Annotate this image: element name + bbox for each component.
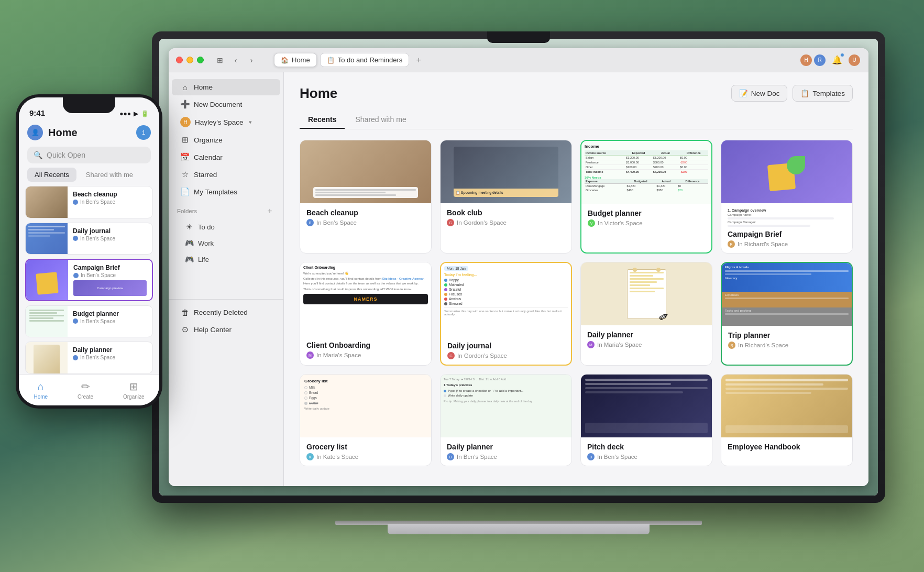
card-planner-title: Daily planner	[587, 331, 706, 339]
card-budget-info: Budget planner V In Victor's Space	[581, 204, 711, 232]
add-tab-button[interactable]: +	[412, 54, 425, 67]
add-folder-button[interactable]: +	[265, 206, 275, 216]
card-pitch-deck[interactable]: Pitch deck B In Ben's Space	[580, 374, 712, 466]
card-book-club-space-avatar: G	[447, 219, 454, 226]
laptop-notch	[487, 31, 550, 43]
card-client-onboarding[interactable]: Client Onboarding We're so excited you'r…	[300, 262, 432, 366]
card-grocery-list[interactable]: Grocery list Milk Bread Eggs Butter Writ…	[300, 374, 432, 466]
card-beach-space-avatar: B	[306, 219, 314, 226]
phone-card-beach-preview	[26, 186, 68, 218]
avatar-richard: R	[813, 53, 827, 67]
card-trip-planner[interactable]: Flights & Hotels Itinerary Expenses	[721, 262, 853, 366]
new-doc-button[interactable]: 📝 New Doc	[731, 85, 788, 102]
phone-nav-home[interactable]: ⌂ Home	[34, 381, 48, 400]
sidebar-item-space[interactable]: H Hayley's Space ▾	[172, 113, 280, 131]
tab-todo[interactable]: 📋 To do and Reminders	[320, 53, 410, 67]
folder-label-work: Work	[198, 239, 214, 247]
minimize-button[interactable]	[186, 57, 193, 63]
sidebar-item-my-templates[interactable]: 📄 My Templates	[172, 183, 280, 200]
sidebar-toggle-icon[interactable]: ⊞	[214, 54, 226, 66]
phone-nav-organize[interactable]: ⊞ Organize	[123, 380, 145, 400]
phone-card-campaign[interactable]: Campaign Brief In Ben's Space Campaign p…	[25, 259, 153, 301]
sidebar-item-help[interactable]: ⊙ Help Center	[172, 321, 280, 338]
back-icon[interactable]: ‹	[230, 54, 241, 66]
phone-tab-shared[interactable]: Shared with me	[79, 168, 140, 182]
tab-home[interactable]: 🏠 Home	[274, 53, 317, 67]
card-daily-planner-ben[interactable]: Tue 7 Today ▸ 7/8/14 S... Dist: 11 to Ad…	[440, 374, 572, 466]
bell-icon[interactable]: 🔔	[832, 55, 842, 65]
card-trip-preview: Flights & Hotels Itinerary Expenses	[722, 263, 852, 326]
phone-card-beach[interactable]: Beach cleanup In Ben's Space	[25, 186, 153, 218]
phone-content: 👤 Home 1 🔍 Quick Open All Recents Shared…	[19, 120, 159, 405]
close-button[interactable]	[176, 57, 183, 63]
card-campaign-brief[interactable]: 1. Campaign overview Campaign name: Camp…	[721, 140, 853, 254]
avatar-hayley: H	[799, 53, 813, 67]
card-journal-info: Daily journal G In Gordon's Space	[441, 336, 571, 365]
templates-button[interactable]: 📋 Templates	[793, 85, 853, 102]
tab-shared[interactable]: Shared with me	[347, 111, 414, 129]
phone-card-budget[interactable]: Budget planner In Ben's Space	[25, 305, 153, 338]
card-planner-info: Daily planner M In Maria's Space	[581, 325, 712, 354]
card-beach-cleanup[interactable]: Beach cleanup B In Ben's Space	[300, 140, 432, 254]
phone-tab-recents[interactable]: All Recents	[27, 168, 76, 182]
sidebar-label-calendar: Calendar	[194, 153, 223, 161]
phone-card-budget-preview	[26, 306, 68, 338]
phone-nav-home-label: Home	[34, 394, 48, 400]
phone-nav-create[interactable]: ✏ Create	[78, 380, 93, 400]
sidebar-label-recently-deleted: Recently Deleted	[194, 309, 248, 316]
phone-card-planner[interactable]: Daily planner In Ben's Space	[25, 342, 153, 374]
card-planner2-space: B In Ben's Space	[447, 453, 565, 460]
user-avatar[interactable]: U	[848, 53, 861, 67]
phone-inner: 9:41 ●●● ▶ 🔋 👤 Home 1 🔍 Quick Open All R…	[19, 97, 159, 405]
sidebar-item-organize[interactable]: ⊞ Organize	[172, 131, 280, 148]
folder-item-todo[interactable]: ☀ To do	[172, 219, 280, 235]
card-journal-space-avatar: G	[447, 352, 455, 359]
folder-item-work[interactable]: 🎮 Work	[172, 235, 280, 251]
card-budget-planner[interactable]: Income Income source Expected Actual Dif…	[580, 140, 712, 254]
phone-card-journal-info: Daily journal In Ben's Space	[68, 223, 152, 255]
folder-label-todo: To do	[198, 223, 215, 231]
phone-cards: Beach cleanup In Ben's Space	[19, 186, 159, 374]
templates-label: Templates	[812, 90, 845, 97]
phone-user-avatar: 👤	[27, 125, 43, 140]
forward-icon[interactable]: ›	[246, 54, 257, 66]
card-trip-info: Trip planner R In Richard's Space	[722, 326, 852, 354]
card-book-club-title: Book club	[447, 208, 565, 217]
sidebar-bottom: 🗑 Recently Deleted ⊙ Help Center	[169, 299, 283, 338]
phone-card-journal[interactable]: Daily journal In Ben's Space	[25, 223, 153, 255]
phone-card-planner-preview	[26, 342, 68, 374]
sidebar-item-home[interactable]: ⌂ Home	[172, 79, 280, 95]
sidebar-item-calendar[interactable]: 📅 Calendar	[172, 149, 280, 166]
phone-card-planner-space: In Ben's Space	[73, 355, 147, 360]
sidebar-item-new-doc[interactable]: ➕ New Document	[172, 96, 280, 113]
phone-tab-shared-label: Shared with me	[86, 171, 133, 179]
phone-status-icons: ●●● ▶ 🔋	[119, 110, 149, 117]
maximize-button[interactable]	[197, 57, 204, 63]
phone-search-bar[interactable]: 🔍 Quick Open	[27, 147, 151, 163]
folders-section-title: Folders +	[169, 201, 283, 218]
card-journal-title: Daily journal	[447, 342, 565, 350]
mini-budget-lines	[28, 308, 65, 323]
phone-home-title: Home	[48, 127, 131, 139]
phone-card-journal-title: Daily journal	[73, 227, 147, 235]
card-planner-space: M In Maria's Space	[587, 341, 706, 348]
tab-recents[interactable]: Recents	[300, 111, 345, 129]
phone-tab-recents-label: All Recents	[35, 171, 69, 179]
phone-notification-badge[interactable]: 1	[136, 125, 151, 140]
card-daily-planner-maria[interactable]: ✏ Daily planner M In Maria's Space	[580, 262, 712, 366]
card-daily-journal[interactable]: Mon, 18 Jan Today I'm feeling... Happy M…	[440, 262, 572, 366]
card-emp-preview	[721, 375, 852, 437]
phone-card-budget-space: In Ben's Space	[73, 318, 147, 324]
header-actions: 📝 New Doc 📋 Templates	[731, 85, 853, 102]
card-book-club[interactable]: 📋 Upcoming meeting details Book club G I…	[440, 140, 572, 254]
card-emp-handbook[interactable]: Employee Handbook	[721, 374, 853, 466]
title-bar: ⊞ ‹ › 🏠 Home 📋 To do and Reminders	[169, 48, 868, 72]
folder-item-life[interactable]: 🎮 Life	[172, 251, 280, 267]
titlebar-icons: ⊞ ‹ ›	[214, 54, 257, 66]
card-pitch-info: Pitch deck B In Ben's Space	[581, 437, 712, 466]
wifi-icon: ▶	[134, 110, 138, 117]
sidebar-item-recently-deleted[interactable]: 🗑 Recently Deleted	[172, 304, 280, 321]
content-tabs: Recents Shared with me	[300, 111, 853, 129]
sidebar-item-starred[interactable]: ☆ Starred	[172, 166, 280, 183]
card-onboarding-info: Client Onboarding M In Maria's Space	[300, 336, 431, 364]
